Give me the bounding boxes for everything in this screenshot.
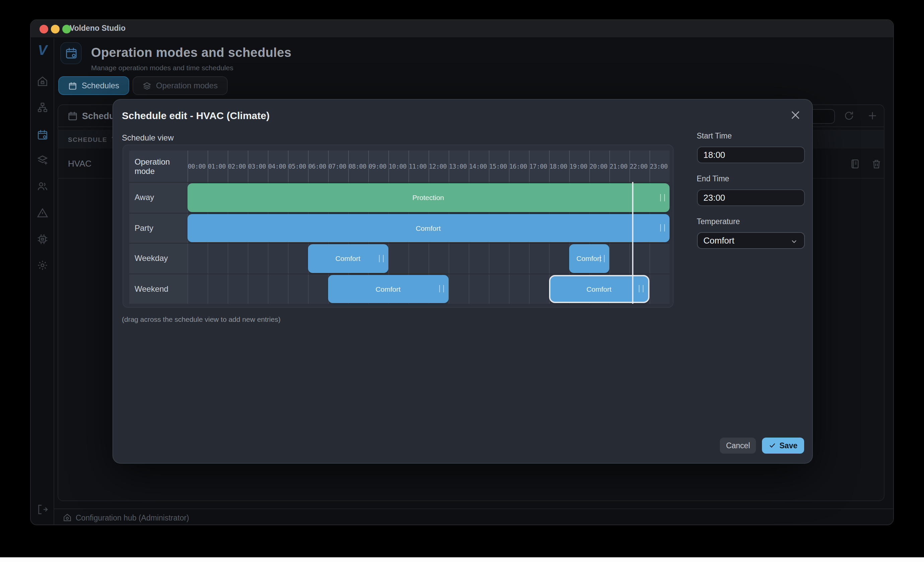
delete-icon[interactable] [871,158,882,169]
layers-icon [142,81,152,90]
layers-plus-icon[interactable] [37,154,48,166]
page-subtitle: Manage operation modes and time schedule… [91,64,233,72]
save-button[interactable]: Save [762,437,804,454]
hour-label: 20:00 [589,163,609,170]
end-time-input[interactable] [697,189,804,206]
row-label: Away [129,183,187,212]
row-track[interactable]: Protection [187,183,669,212]
hour-label: 19:00 [569,163,589,170]
sidebar: V [31,38,54,525]
schedule-entry[interactable]: Comfort [187,214,669,242]
row-track[interactable]: ComfortComfort [187,274,669,304]
schedule-row: PartyComfort [129,212,669,243]
schedule-entry[interactable]: Comfort [308,244,388,273]
end-time-label: End Time [697,175,729,183]
hour-label: 09:00 [368,163,388,170]
topology-icon[interactable] [37,102,48,113]
tab-operation-modes[interactable]: Operation modes [133,76,228,95]
schedule-grid: Operation mode 00:0001:0002:0003:0004:00… [129,151,669,304]
status-bar: Configuration hub (Administrator) [54,508,893,525]
schedules-icon[interactable] [37,129,48,140]
page-icon [60,42,82,64]
bottom-strip [0,558,924,562]
calendar-icon [67,111,77,121]
resize-handle[interactable] [660,224,664,232]
close-icon[interactable] [789,109,801,121]
users-icon[interactable] [37,181,48,192]
hour-label: 00:00 [187,163,207,170]
window-title: Voldeno Studio [70,24,126,32]
add-icon[interactable] [867,111,878,121]
tab-schedules[interactable]: Schedules [58,76,129,95]
row-label: Party [129,213,187,243]
hour-label: 14:00 [468,163,489,170]
schedule-name: HVAC [68,158,92,168]
logout-icon[interactable] [37,504,48,515]
hour-label: 08:00 [348,163,368,170]
hour-label: 15:00 [489,163,508,170]
schedule-entry[interactable]: Comfort [549,275,649,303]
row-label: Weekday [129,244,187,273]
entry-label: Comfort [376,285,401,293]
titlebar: Voldeno Studio [31,20,893,38]
hour-label: 18:00 [549,163,569,170]
selected-option: Comfort [704,236,734,245]
resize-handle[interactable] [660,194,664,202]
check-icon [769,442,776,449]
hour-label: 16:00 [508,163,529,170]
refresh-icon[interactable] [843,111,854,121]
hour-label: 10:00 [388,163,408,170]
row-track[interactable]: ComfortComfort [187,244,669,273]
entry-label: Comfort [586,285,612,293]
home-icon[interactable] [37,76,48,87]
page-title: Operation modes and schedules [91,45,292,60]
close-window-button[interactable] [39,25,48,33]
time-indicator[interactable] [632,182,633,304]
hour-label: 03:00 [248,163,267,170]
save-label: Save [779,442,798,450]
hour-label: 17:00 [529,163,549,170]
dialog-title: Schedule edit - HVAC (Climate) [122,110,270,121]
temperature-select[interactable]: Comfort [697,232,804,249]
drag-hint: (drag across the schedule view to add ne… [122,315,280,323]
minimize-window-button[interactable] [51,25,60,33]
schedule-view[interactable]: Operation mode 00:0001:0002:0003:0004:00… [122,145,673,308]
entry-label: Comfort [416,224,441,232]
schedule-row: WeekdayComfortComfort [129,243,669,273]
resize-handle[interactable] [439,285,444,293]
timeline-header: Operation mode 00:0001:0002:0003:0004:00… [129,151,669,182]
hour-label: 05:00 [288,163,308,170]
schedule-entry[interactable]: Comfort [328,275,448,303]
schedule-entry[interactable]: Comfort [569,244,609,273]
hour-label: 06:00 [308,163,328,170]
row-track[interactable]: Comfort [187,213,669,243]
devices-icon[interactable] [37,233,48,245]
hour-label: 23:00 [649,163,669,170]
tab-label: Schedules [82,81,119,90]
cancel-button[interactable]: Cancel [720,437,756,454]
hour-label: 01:00 [207,163,227,170]
schedule-edit-dialog: Schedule edit - HVAC (Climate) Schedule … [112,99,813,464]
resize-handle[interactable] [600,255,604,262]
hour-label: 21:00 [609,163,629,170]
column-header-schedule[interactable]: SCHEDULE [68,136,107,143]
schedule-row: WeekendComfortComfort [129,273,669,304]
voldeno-logo: V [31,42,54,58]
resize-handle[interactable] [379,255,383,262]
hour-label: 02:00 [227,163,248,170]
hour-label: 04:00 [267,163,288,170]
resize-handle[interactable] [638,285,643,293]
hour-scale: 00:0001:0002:0003:0004:0005:0006:0007:00… [187,151,669,182]
chevron-down-icon [790,237,798,245]
start-time-input[interactable] [697,146,804,163]
settings-icon[interactable] [37,259,48,271]
tab-bar: Schedules Operation modes [58,76,228,95]
home-icon [63,513,72,522]
schedule-entry[interactable]: Protection [187,183,669,212]
details-icon[interactable] [849,158,860,169]
screen: Voldeno Studio V [0,0,924,562]
hour-label: 07:00 [328,163,348,170]
hour-label: 13:00 [448,163,468,170]
calendar-icon [68,81,77,90]
alerts-icon[interactable] [37,207,48,218]
